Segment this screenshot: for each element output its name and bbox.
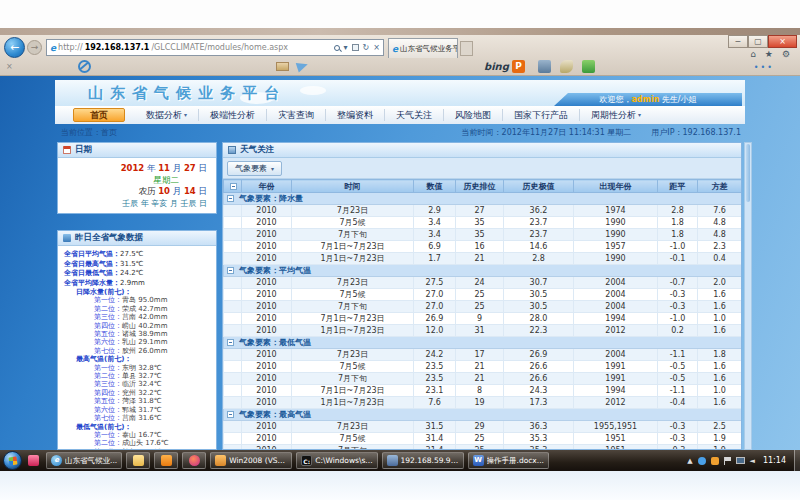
chevron-down-icon[interactable]: ▾ bbox=[344, 43, 348, 52]
rank-value[interactable]: 菏泽 31.8℃ bbox=[122, 397, 162, 405]
show-hidden-icons[interactable]: ▲ bbox=[687, 457, 692, 465]
rank-value[interactable]: 临沂 32.4℃ bbox=[122, 380, 162, 388]
show-desktop-button[interactable] bbox=[794, 450, 800, 471]
rank-value[interactable]: 青岛 95.0mm bbox=[122, 296, 167, 304]
nav-item-7[interactable]: 国家下行产品 bbox=[503, 109, 580, 121]
collapse-icon[interactable] bbox=[230, 183, 237, 190]
taskbar-button-vm[interactable]: Win2008 (VS2... bbox=[210, 452, 292, 469]
rank-value[interactable]: 莒南 42.0mm bbox=[122, 313, 167, 321]
table-row[interactable]: 20107月1日~7月23日26.9928.01994-1.01.0 bbox=[224, 313, 742, 325]
taskbar-button-word[interactable]: 操作手册.docx... bbox=[468, 452, 549, 469]
rank-value[interactable]: 乳山 29.1mm bbox=[122, 338, 167, 346]
nav-item-2[interactable]: 极端性分析 bbox=[199, 109, 267, 121]
table-row[interactable]: 20107月5候23.52126.61991-0.51.6 bbox=[224, 361, 742, 373]
table-row[interactable]: 20101月1日~7月23日1.7212.81990-0.10.4 bbox=[224, 253, 742, 265]
column-header[interactable]: 年份 bbox=[242, 180, 292, 193]
table-row[interactable]: 20101月1日~7月23日12.03122.320120.21.6 bbox=[224, 325, 742, 337]
network-icon[interactable] bbox=[736, 457, 745, 464]
table-row[interactable]: 20107月下旬27.02530.52004-0.31.6 bbox=[224, 301, 742, 313]
refresh-icon[interactable]: ↻ bbox=[363, 43, 370, 52]
rank-value[interactable]: 荣成 42.7mm bbox=[122, 305, 167, 313]
table-group-row[interactable]: 气象要素：最低气温 bbox=[224, 337, 742, 349]
minimize-button[interactable]: ─ bbox=[728, 35, 748, 48]
camera-icon[interactable] bbox=[538, 60, 551, 73]
collapse-icon[interactable] bbox=[227, 267, 234, 274]
rank-value[interactable]: 莒南 31.6℃ bbox=[122, 414, 162, 422]
rank-value[interactable]: 崂山 40.2mm bbox=[122, 322, 167, 330]
page-scrollbar[interactable] bbox=[744, 142, 752, 450]
taskbar-clock[interactable]: 11:14 bbox=[763, 456, 786, 465]
maximize-button[interactable]: ▢ bbox=[748, 35, 768, 48]
messenger-tray-icon[interactable] bbox=[698, 457, 706, 465]
browser-tab[interactable]: e 山东省气候业务平... × bbox=[388, 38, 458, 58]
address-bar[interactable]: e http://192.168.137.1/GLCCLIMATE/module… bbox=[46, 39, 384, 56]
close-button[interactable]: × bbox=[768, 35, 797, 48]
collapse-icon[interactable] bbox=[227, 195, 234, 202]
table-row[interactable]: 20101月1日~7月23日7.61917.32012-0.41.6 bbox=[224, 397, 742, 409]
table-row[interactable]: 20107月5候27.02530.52004-0.31.6 bbox=[224, 289, 742, 301]
send-icon[interactable] bbox=[296, 60, 310, 73]
start-button[interactable] bbox=[3, 451, 22, 470]
bing-app-icon[interactable]: P bbox=[512, 60, 525, 73]
rank-value[interactable]: 郓城 31.7℃ bbox=[122, 406, 162, 414]
search-icon[interactable] bbox=[334, 45, 340, 51]
nav-item-8[interactable]: 周期性分析▾ bbox=[580, 109, 652, 121]
expand-all-header[interactable] bbox=[224, 180, 242, 193]
table-row[interactable]: 20107月23日24.21726.92004-1.11.8 bbox=[224, 349, 742, 361]
table-row[interactable]: 20107月下旬23.52126.61991-0.51.6 bbox=[224, 373, 742, 385]
table-group-row[interactable]: 气象要素：平均气温 bbox=[224, 265, 742, 277]
stop-icon[interactable]: × bbox=[373, 43, 380, 52]
rank-value[interactable]: 兖州 32.2℃ bbox=[122, 389, 162, 397]
rank-value[interactable]: 泰山 16.7℃ bbox=[122, 431, 162, 439]
table-row[interactable]: 20107月23日27.52430.72004-0.72.0 bbox=[224, 277, 742, 289]
volume-icon[interactable]: ◄ bbox=[750, 457, 755, 465]
table-row[interactable]: 20107月5候31.42535.31951-0.31.9 bbox=[224, 433, 742, 445]
column-header[interactable]: 数值 bbox=[414, 180, 456, 193]
table-row[interactable]: 20107月1日~7月23日23.1824.31994-1.11.0 bbox=[224, 385, 742, 397]
more-options-icon[interactable]: ••• bbox=[754, 63, 774, 72]
nav-item-0[interactable]: 首页 bbox=[73, 108, 125, 122]
toolbar-close-icon[interactable]: × bbox=[6, 62, 13, 71]
table-row[interactable]: 20107月23日2.92736.219742.87.6 bbox=[224, 205, 742, 217]
table-row[interactable]: 20107月5候3.43523.719901.84.8 bbox=[224, 217, 742, 229]
rank-value[interactable]: 胶州 26.0mm bbox=[122, 347, 167, 355]
column-header[interactable]: 距平 bbox=[658, 180, 698, 193]
column-header[interactable]: 出现年份 bbox=[574, 180, 658, 193]
back-button[interactable]: ← bbox=[4, 37, 25, 58]
table-row[interactable]: 20107月23日31.52936.31955,1951-0.32.5 bbox=[224, 421, 742, 433]
taskbar-button-cmd[interactable]: C:\Windows\s... bbox=[296, 452, 377, 469]
bing-logo[interactable]: bing bbox=[484, 61, 509, 72]
action-center-flag-icon[interactable] bbox=[724, 457, 731, 465]
addon-icon[interactable] bbox=[582, 60, 595, 73]
column-header[interactable]: 方差 bbox=[698, 180, 742, 193]
taskbar-button-rdp[interactable]: 192.168.59.99... bbox=[382, 452, 464, 469]
nav-item-1[interactable]: 数据分析▾ bbox=[135, 109, 199, 121]
security-tray-icon[interactable] bbox=[711, 457, 719, 465]
rank-value[interactable]: 成山头 17.6℃ bbox=[122, 439, 169, 447]
forward-button[interactable]: → bbox=[27, 40, 42, 55]
nav-item-3[interactable]: 灾害查询 bbox=[267, 109, 326, 121]
column-header[interactable]: 时间 bbox=[292, 180, 414, 193]
rank-value[interactable]: 诸城 38.9mm bbox=[122, 330, 167, 338]
pinned-app-icon[interactable] bbox=[28, 455, 39, 466]
rank-value[interactable]: 东明 32.8℃ bbox=[122, 364, 162, 372]
satellite-icon[interactable] bbox=[560, 60, 573, 73]
collapse-icon[interactable] bbox=[227, 411, 234, 418]
table-group-row[interactable]: 气象要素：降水量 bbox=[224, 193, 742, 205]
nav-item-4[interactable]: 整编资料 bbox=[326, 109, 385, 121]
column-header[interactable]: 历史排位 bbox=[456, 180, 504, 193]
collapse-icon[interactable] bbox=[227, 339, 234, 346]
rank-value[interactable]: 单县 32.7℃ bbox=[122, 372, 162, 380]
mail-icon[interactable] bbox=[276, 62, 289, 71]
taskbar-button-folder[interactable] bbox=[126, 452, 150, 469]
compatibility-view-icon[interactable] bbox=[352, 44, 359, 51]
nav-item-6[interactable]: 风险地图 bbox=[444, 109, 503, 121]
taskbar-button-ie[interactable]: 山东省气候业... bbox=[46, 452, 122, 469]
taskbar-button-media[interactable] bbox=[182, 452, 206, 469]
element-filter-button[interactable]: 气象要素 bbox=[227, 161, 282, 176]
scrollbar-thumb[interactable] bbox=[746, 144, 750, 202]
taskbar-button-orange-app[interactable] bbox=[154, 452, 178, 469]
column-header[interactable]: 历史极值 bbox=[504, 180, 574, 193]
table-group-row[interactable]: 气象要素：最高气温 bbox=[224, 409, 742, 421]
new-tab-button[interactable] bbox=[460, 41, 473, 56]
